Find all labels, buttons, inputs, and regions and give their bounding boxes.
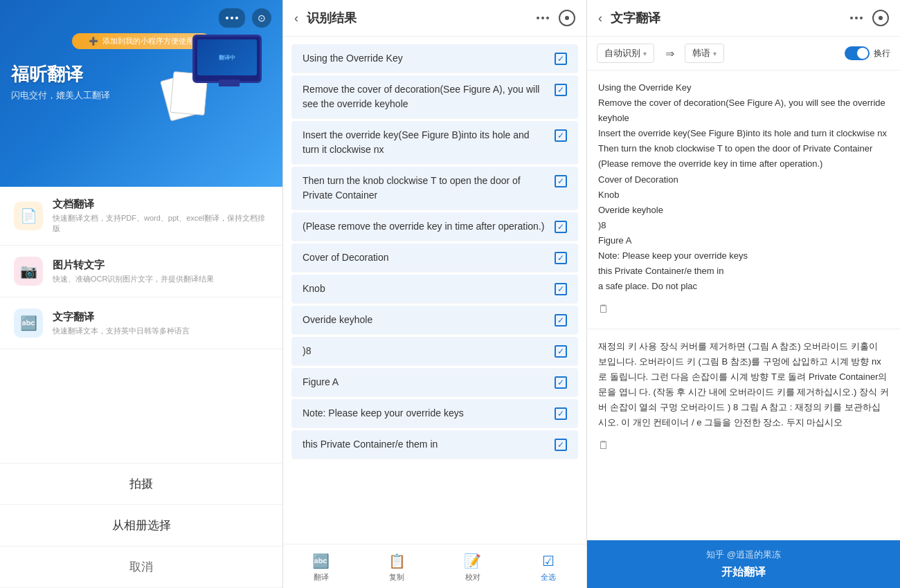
copy-source-button[interactable]: 🗒: [598, 300, 889, 318]
bottom-btn-复制[interactable]: 📋 复制: [359, 550, 435, 585]
recog-checkbox[interactable]: ✓: [555, 283, 567, 295]
screen-label: 翻译中: [219, 54, 235, 62]
doc-icon-box: 📄: [14, 201, 43, 230]
panel-right: ‹ 文字翻译 自动识别 ▾ ⇒ 韩语 ▾ 换行 Using the Ov: [587, 0, 900, 588]
album-button[interactable]: 从相册选择: [0, 505, 282, 546]
toggle-switch[interactable]: [845, 46, 870, 60]
source-text-area: Using the Override Key Remove the cover …: [587, 71, 900, 329]
list-item[interactable]: Then turn the knob clockwise T to open t…: [291, 167, 578, 210]
recog-item-text: Insert the override key(See Figure B)int…: [303, 128, 548, 157]
list-item[interactable]: Remove the cover of decoration(See Figur…: [291, 75, 578, 119]
menu-item-txt[interactable]: 🔤 文字翻译 快速翻译文本，支持英中日韩等多种语言: [0, 297, 282, 349]
action-sheet: 拍摄 从相册选择 取消: [0, 463, 282, 588]
list-item[interactable]: this Private Container/e them in ✓: [291, 430, 578, 459]
dot-3: [546, 17, 549, 19]
panel3-dots-button[interactable]: [850, 17, 863, 19]
panel3-header: ‹ 文字翻译: [587, 0, 900, 37]
newline-toggle[interactable]: 换行: [845, 46, 890, 60]
source-lang-select[interactable]: 自动识别 ▾: [597, 44, 654, 63]
recog-item-text: Remove the cover of decoration(See Figur…: [303, 82, 548, 111]
recog-item-text: Figure A: [303, 375, 548, 389]
add-icon: ➕: [89, 37, 98, 46]
copy-target-button[interactable]: 🗒: [598, 436, 889, 454]
recog-item-text: Knob: [303, 282, 548, 296]
list-item[interactable]: )8 ✓: [291, 337, 578, 366]
list-item[interactable]: Cover of Decoration ✓: [291, 244, 578, 273]
panel2-title: 识别结果: [307, 10, 537, 26]
recog-item-text: Using the Override Key: [303, 51, 548, 66]
target-lang-arrow: ▾: [713, 50, 717, 57]
panel3-title: 文字翻译: [611, 10, 850, 26]
list-item[interactable]: Knob ✓: [291, 275, 578, 304]
toggle-thumb: [857, 48, 868, 59]
menu-item-doc[interactable]: 📄 文档翻译 快速翻译文档，支持PDF、word、ppt、excel翻译，保持文…: [0, 187, 282, 246]
recognition-list: Using the Override Key ✓ Remove the cove…: [283, 37, 586, 544]
recog-checkbox[interactable]: ✓: [555, 252, 567, 264]
toggle-label: 换行: [874, 48, 890, 59]
monitor-screen: 翻译中: [197, 39, 257, 75]
panel3-target-button[interactable]: [872, 10, 889, 26]
menu-item-img[interactable]: 📷 图片转文字 快速、准确OCR识别图片文字，并提供翻译结果: [0, 246, 282, 297]
recog-checkbox[interactable]: ✓: [555, 129, 567, 142]
lang-swap-button[interactable]: ⇒: [660, 44, 679, 63]
panel3-back-button[interactable]: ‹: [598, 11, 602, 26]
panel2-dots-button[interactable]: [537, 17, 549, 19]
recog-item-text: (Please remove the override key in time …: [303, 219, 548, 234]
dot-1: [850, 17, 853, 19]
target-inner: [565, 16, 569, 20]
recog-checkbox[interactable]: ✓: [555, 439, 567, 451]
list-item[interactable]: Note: Please keep your override keys ✓: [291, 399, 578, 428]
bottom-icon: 📋: [388, 553, 406, 569]
hero-section: ⊙ ➕ 添加到我的小程序方便使用 翻译中 福昕翻译 闪电交付，媲美人工翻译: [0, 0, 282, 187]
txt-menu-title: 文字翻译: [53, 311, 190, 324]
recog-checkbox[interactable]: ✓: [555, 345, 567, 358]
list-item[interactable]: Insert the override key(See Figure B)int…: [291, 121, 578, 165]
bottom-btn-校对[interactable]: 📝 校对: [435, 550, 511, 585]
doc-menu-desc: 快速翻译文档，支持PDF、word、ppt、excel翻译，保持文档排版: [53, 213, 269, 234]
target-lang-label: 韩语: [692, 47, 710, 59]
target-text-area: 재정의 키 사용 장식 커버를 제거하면 (그림 A 참조) 오버라이드 키홀이…: [587, 329, 900, 541]
hero-target-button[interactable]: ⊙: [252, 8, 271, 28]
recog-item-text: Note: Please keep your override keys: [303, 406, 548, 421]
start-translate-button[interactable]: 开始翻译: [598, 565, 889, 580]
source-lang-label: 自动识别: [604, 47, 640, 59]
target-text: 재정의 키 사용 장식 커버를 제거하면 (그림 A 참조) 오버라이드 키홀이…: [598, 339, 889, 431]
hero-dots-button[interactable]: [219, 8, 245, 28]
recog-checkbox[interactable]: ✓: [555, 53, 567, 65]
recog-checkbox[interactable]: ✓: [555, 314, 567, 327]
shoot-button[interactable]: 拍摄: [0, 463, 282, 505]
panel2-target-button[interactable]: [559, 10, 575, 26]
target-inner: [879, 16, 883, 20]
cancel-button[interactable]: 取消: [0, 546, 282, 588]
recog-checkbox[interactable]: ✓: [555, 376, 567, 389]
bottom-btn-全选[interactable]: ☑ 全选: [511, 550, 587, 585]
monitor-decoration: 翻译中: [192, 35, 262, 83]
recog-checkbox[interactable]: ✓: [555, 84, 567, 96]
img-menu-desc: 快速、准确OCR识别图片文字，并提供翻译结果: [53, 274, 214, 284]
bottom-btn-翻译[interactable]: 🔤 翻译: [283, 550, 359, 585]
bottom-label: 校对: [465, 572, 480, 582]
monitor-stand: [219, 80, 240, 86]
hero-subtitle: 闪电交付，媲美人工翻译: [11, 89, 110, 102]
panel2-header: ‹ 识别结果: [283, 0, 586, 37]
panel2-bottom-bar: 🔤 翻译 📋 复制 📝 校对 ☑ 全选: [283, 544, 586, 588]
hero-title-area: 福昕翻译 闪电交付，媲美人工翻译: [11, 62, 110, 102]
recog-item-text: Overide keyhole: [303, 313, 548, 327]
list-item[interactable]: Figure A ✓: [291, 368, 578, 397]
source-lang-arrow: ▾: [643, 50, 647, 57]
panel2-back-button[interactable]: ‹: [294, 11, 298, 26]
recog-checkbox[interactable]: ✓: [555, 407, 567, 420]
recog-item-text: )8: [303, 344, 548, 358]
list-item[interactable]: (Please remove the override key in time …: [291, 212, 578, 241]
img-menu-text: 图片转文字 快速、准确OCR识别图片文字，并提供翻译结果: [53, 259, 214, 284]
target-lang-select[interactable]: 韩语 ▾: [685, 44, 724, 63]
bottom-label: 全选: [541, 572, 556, 582]
recog-checkbox[interactable]: ✓: [555, 221, 567, 233]
panel-left: ⊙ ➕ 添加到我的小程序方便使用 翻译中 福昕翻译 闪电交付，媲美人工翻译: [0, 0, 282, 588]
translation-content: Using the Override Key Remove the cover …: [587, 71, 900, 540]
txt-icon-box: 🔤: [14, 309, 43, 338]
list-item[interactable]: Overide keyhole ✓: [291, 306, 578, 335]
list-item[interactable]: Using the Override Key ✓: [291, 44, 578, 73]
recog-checkbox[interactable]: ✓: [555, 175, 567, 187]
txt-menu-text: 文字翻译 快速翻译文本，支持英中日韩等多种语言: [53, 311, 190, 336]
